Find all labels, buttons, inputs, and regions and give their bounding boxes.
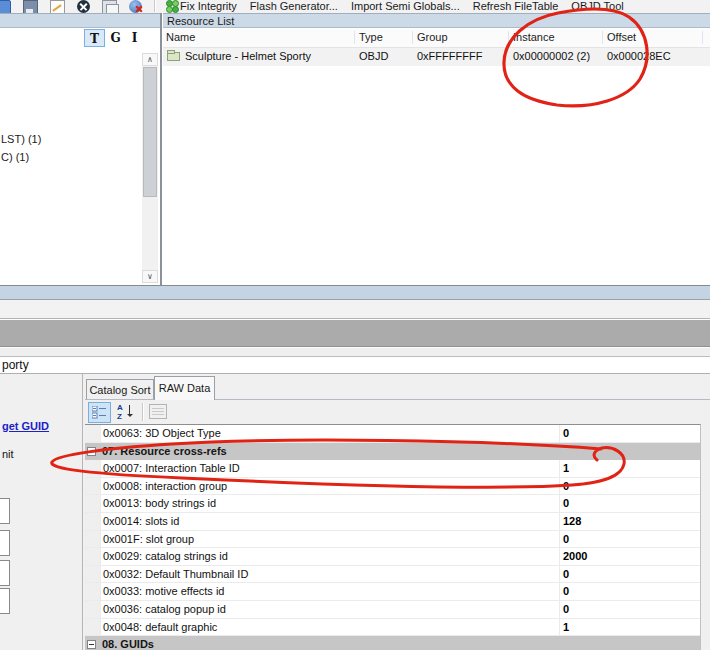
property-label: 0x0033: motive effects id xyxy=(103,585,224,597)
sort-toggle-i[interactable]: I xyxy=(126,29,143,47)
globe-offline-icon[interactable] xyxy=(129,0,142,13)
property-value[interactable]: 0 xyxy=(563,427,569,439)
property-label: 0x0029: catalog strings id xyxy=(103,550,228,562)
property-label: 0x0014: slots id xyxy=(103,515,179,527)
property-value[interactable]: 2000 xyxy=(563,550,587,562)
copy-icon[interactable] xyxy=(102,0,117,13)
top-toolbar-buttons: Fix IntegrityFlash Generator...Import Se… xyxy=(180,0,624,13)
column-header-instance[interactable]: Instance xyxy=(513,31,555,43)
detail-title-partial: porty xyxy=(2,358,29,372)
toolbar-button-fix-integrity[interactable]: Fix Integrity xyxy=(180,0,237,13)
tree-scrollbar[interactable]: ∧ ∨ xyxy=(142,53,158,283)
column-header-group[interactable]: Group xyxy=(417,31,448,43)
property-label: 0x0007: Interaction Table ID xyxy=(103,462,240,474)
value-column-divider[interactable] xyxy=(559,425,560,442)
property-label: 0x0032: Default Thumbnail ID xyxy=(103,568,248,580)
plugin-green-icon[interactable] xyxy=(166,0,179,13)
sidebar-field-partial[interactable] xyxy=(0,530,10,556)
property-label: 0x0063: 3D Object Type xyxy=(103,427,221,439)
property-value[interactable]: 0 xyxy=(563,497,569,509)
sidebar-field-partial[interactable] xyxy=(0,498,10,524)
value-column-divider[interactable] xyxy=(559,619,560,636)
tree-item-partial[interactable]: C) (1) xyxy=(1,148,41,166)
value-column-divider[interactable] xyxy=(559,601,560,618)
column-separator[interactable] xyxy=(412,31,413,44)
get-guid-link[interactable]: get GUID xyxy=(2,420,49,432)
value-column-divider[interactable] xyxy=(559,548,560,565)
property-value[interactable]: 0 xyxy=(563,568,569,580)
horizontal-splitter[interactable] xyxy=(0,320,710,346)
top-toolbar: Fix IntegrityFlash Generator...Import Se… xyxy=(0,0,710,13)
toolbar-button-import-semi-globals[interactable]: Import Semi Globals... xyxy=(351,0,460,13)
column-header-type[interactable]: Type xyxy=(359,31,383,43)
category-row[interactable]: 08. GUIDs xyxy=(85,636,700,650)
scroll-down-icon[interactable]: ∨ xyxy=(142,270,158,283)
property-row[interactable]: 0x0013: body strings id0 xyxy=(85,495,700,513)
property-row[interactable]: 0x0014: slots id128 xyxy=(85,513,700,531)
category-row[interactable]: 07. Resource cross-refs xyxy=(85,443,700,461)
toolbar-button-objd-tool[interactable]: OBJD Tool xyxy=(571,0,623,13)
column-separator[interactable] xyxy=(602,31,603,44)
sort-toggle-g[interactable]: G xyxy=(105,29,126,47)
property-value[interactable]: 1 xyxy=(563,621,569,633)
resource-row[interactable]: Sculpture - Helmet SportyOBJD0xFFFFFFFF0… xyxy=(163,48,710,66)
tab-raw-data[interactable]: RAW Data xyxy=(154,376,215,400)
column-separator[interactable] xyxy=(354,31,355,44)
toolbar-button-refresh-filetable[interactable]: Refresh FileTable xyxy=(473,0,559,13)
categorized-view-button[interactable] xyxy=(88,402,111,423)
toolbar-button-flash-generator[interactable]: Flash Generator... xyxy=(250,0,338,13)
property-row[interactable]: 0x0032: Default Thumbnail ID0 xyxy=(85,566,700,584)
property-row[interactable]: 0x0007: Interaction Table ID1 xyxy=(85,460,700,478)
value-column-divider[interactable] xyxy=(559,460,560,477)
close-circle-icon[interactable] xyxy=(77,0,90,13)
resource-tree-panel: TGI LST) (1)C) (1) ∧ ∨ xyxy=(0,28,160,285)
resource-list-titlebar: Resource List xyxy=(163,13,710,28)
resource-list-title: Resource List xyxy=(167,15,234,27)
column-separator[interactable] xyxy=(508,31,509,44)
property-label: 0x001F: slot group xyxy=(103,533,194,545)
property-row[interactable]: 0x0063: 3D Object Type0 xyxy=(85,425,700,443)
property-row[interactable]: 0x0033: motive effects id0 xyxy=(85,583,700,601)
collapse-icon[interactable] xyxy=(87,640,96,649)
alphabetical-sort-button[interactable]: AZ xyxy=(114,402,138,423)
value-column-divider[interactable] xyxy=(559,566,560,583)
edit-icon[interactable] xyxy=(50,0,65,13)
folder-icon xyxy=(167,52,180,61)
toolbar-separator xyxy=(154,0,156,12)
value-column-divider[interactable] xyxy=(559,513,560,530)
value-column-divider[interactable] xyxy=(559,583,560,600)
row-indent-strip xyxy=(85,531,101,548)
new-document-icon[interactable] xyxy=(0,0,11,13)
property-row[interactable]: 0x0008: interaction group0 xyxy=(85,478,700,496)
property-value[interactable]: 0 xyxy=(563,585,569,597)
property-value[interactable]: 0 xyxy=(563,603,569,615)
property-row[interactable]: 0x0029: catalog strings id2000 xyxy=(85,548,700,566)
column-header-name[interactable]: Name xyxy=(166,31,195,43)
value-column-divider[interactable] xyxy=(559,495,560,512)
collapsed-header-band xyxy=(0,286,710,299)
property-label: 0x0048: default graphic xyxy=(103,621,217,633)
row-indent-strip xyxy=(85,495,101,512)
value-column-divider[interactable] xyxy=(559,478,560,495)
sidebar-field-partial[interactable] xyxy=(0,560,10,586)
scroll-up-icon[interactable]: ∧ xyxy=(142,53,158,66)
value-column-divider[interactable] xyxy=(559,531,560,548)
property-value[interactable]: 0 xyxy=(563,533,569,545)
property-value[interactable]: 128 xyxy=(563,515,581,527)
collapse-icon[interactable] xyxy=(87,447,96,456)
left-panel-titlebar xyxy=(0,13,160,28)
scrollbar-thumb[interactable] xyxy=(143,67,157,197)
sidebar-field-partial[interactable] xyxy=(0,588,10,614)
property-value[interactable]: 0 xyxy=(563,480,569,492)
property-value[interactable]: 1 xyxy=(563,462,569,474)
sort-toggle-t[interactable]: T xyxy=(84,29,105,47)
column-header-offset[interactable]: Offset xyxy=(607,31,636,43)
property-row[interactable]: 0x001F: slot group0 xyxy=(85,531,700,549)
column-separator[interactable] xyxy=(702,31,703,44)
tree-item-partial[interactable]: LST) (1) xyxy=(1,130,41,148)
tab-catalog-sort[interactable]: Catalog Sort xyxy=(86,379,154,399)
category-label: 07. Resource cross-refs xyxy=(102,445,227,457)
property-row[interactable]: 0x0036: catalog popup id0 xyxy=(85,601,700,619)
save-icon[interactable] xyxy=(23,0,38,13)
property-row[interactable]: 0x0048: default graphic1 xyxy=(85,619,700,637)
